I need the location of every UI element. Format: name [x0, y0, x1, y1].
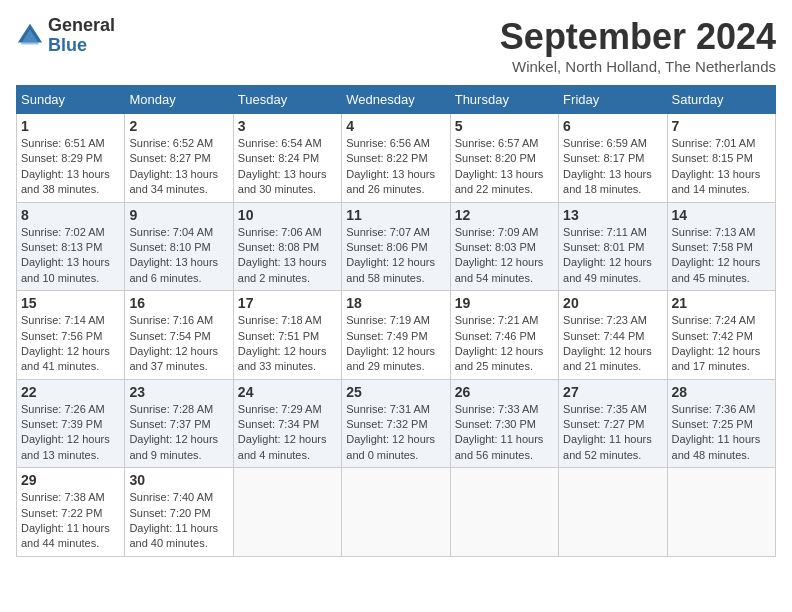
col-tuesday: Tuesday [233, 86, 341, 114]
col-saturday: Saturday [667, 86, 775, 114]
day-info: Sunrise: 7:13 AM Sunset: 7:58 PM Dayligh… [672, 225, 771, 287]
table-row: 2 Sunrise: 6:52 AM Sunset: 8:27 PM Dayli… [125, 114, 233, 203]
table-row: 10 Sunrise: 7:06 AM Sunset: 8:08 PM Dayl… [233, 202, 341, 291]
day-info: Sunrise: 6:54 AM Sunset: 8:24 PM Dayligh… [238, 136, 337, 198]
day-number: 7 [672, 118, 771, 134]
day-info: Sunrise: 7:36 AM Sunset: 7:25 PM Dayligh… [672, 402, 771, 464]
col-friday: Friday [559, 86, 667, 114]
day-info: Sunrise: 6:57 AM Sunset: 8:20 PM Dayligh… [455, 136, 554, 198]
day-number: 4 [346, 118, 445, 134]
table-row: 19 Sunrise: 7:21 AM Sunset: 7:46 PM Dayl… [450, 291, 558, 380]
table-row: 20 Sunrise: 7:23 AM Sunset: 7:44 PM Dayl… [559, 291, 667, 380]
day-number: 16 [129, 295, 228, 311]
day-number: 21 [672, 295, 771, 311]
day-number: 3 [238, 118, 337, 134]
day-info: Sunrise: 7:07 AM Sunset: 8:06 PM Dayligh… [346, 225, 445, 287]
day-info: Sunrise: 7:29 AM Sunset: 7:34 PM Dayligh… [238, 402, 337, 464]
day-number: 11 [346, 207, 445, 223]
day-number: 19 [455, 295, 554, 311]
day-number: 30 [129, 472, 228, 488]
day-number: 28 [672, 384, 771, 400]
table-row [450, 468, 558, 557]
table-row: 27 Sunrise: 7:35 AM Sunset: 7:27 PM Dayl… [559, 379, 667, 468]
calendar-header-row: Sunday Monday Tuesday Wednesday Thursday… [17, 86, 776, 114]
calendar-table: Sunday Monday Tuesday Wednesday Thursday… [16, 85, 776, 557]
day-number: 13 [563, 207, 662, 223]
day-info: Sunrise: 7:11 AM Sunset: 8:01 PM Dayligh… [563, 225, 662, 287]
table-row [559, 468, 667, 557]
day-number: 9 [129, 207, 228, 223]
col-wednesday: Wednesday [342, 86, 450, 114]
day-number: 23 [129, 384, 228, 400]
day-info: Sunrise: 7:04 AM Sunset: 8:10 PM Dayligh… [129, 225, 228, 287]
table-row: 5 Sunrise: 6:57 AM Sunset: 8:20 PM Dayli… [450, 114, 558, 203]
table-row: 30 Sunrise: 7:40 AM Sunset: 7:20 PM Dayl… [125, 468, 233, 557]
day-number: 29 [21, 472, 120, 488]
table-row: 29 Sunrise: 7:38 AM Sunset: 7:22 PM Dayl… [17, 468, 125, 557]
day-info: Sunrise: 7:23 AM Sunset: 7:44 PM Dayligh… [563, 313, 662, 375]
calendar-row: 1 Sunrise: 6:51 AM Sunset: 8:29 PM Dayli… [17, 114, 776, 203]
day-number: 18 [346, 295, 445, 311]
day-info: Sunrise: 7:26 AM Sunset: 7:39 PM Dayligh… [21, 402, 120, 464]
day-number: 10 [238, 207, 337, 223]
month-title: September 2024 [500, 16, 776, 58]
table-row: 12 Sunrise: 7:09 AM Sunset: 8:03 PM Dayl… [450, 202, 558, 291]
day-number: 12 [455, 207, 554, 223]
table-row: 23 Sunrise: 7:28 AM Sunset: 7:37 PM Dayl… [125, 379, 233, 468]
day-number: 1 [21, 118, 120, 134]
col-sunday: Sunday [17, 86, 125, 114]
title-area: September 2024 Winkel, North Holland, Th… [500, 16, 776, 75]
day-number: 2 [129, 118, 228, 134]
logo: General Blue [16, 16, 115, 56]
table-row [667, 468, 775, 557]
day-number: 17 [238, 295, 337, 311]
logo-icon [16, 22, 44, 50]
logo-text: General Blue [48, 16, 115, 56]
calendar-row: 29 Sunrise: 7:38 AM Sunset: 7:22 PM Dayl… [17, 468, 776, 557]
day-number: 14 [672, 207, 771, 223]
location: Winkel, North Holland, The Netherlands [500, 58, 776, 75]
day-number: 20 [563, 295, 662, 311]
table-row: 14 Sunrise: 7:13 AM Sunset: 7:58 PM Dayl… [667, 202, 775, 291]
day-info: Sunrise: 7:09 AM Sunset: 8:03 PM Dayligh… [455, 225, 554, 287]
calendar-row: 8 Sunrise: 7:02 AM Sunset: 8:13 PM Dayli… [17, 202, 776, 291]
day-info: Sunrise: 7:02 AM Sunset: 8:13 PM Dayligh… [21, 225, 120, 287]
day-info: Sunrise: 7:19 AM Sunset: 7:49 PM Dayligh… [346, 313, 445, 375]
day-info: Sunrise: 6:56 AM Sunset: 8:22 PM Dayligh… [346, 136, 445, 198]
col-thursday: Thursday [450, 86, 558, 114]
table-row: 13 Sunrise: 7:11 AM Sunset: 8:01 PM Dayl… [559, 202, 667, 291]
calendar-row: 22 Sunrise: 7:26 AM Sunset: 7:39 PM Dayl… [17, 379, 776, 468]
table-row: 11 Sunrise: 7:07 AM Sunset: 8:06 PM Dayl… [342, 202, 450, 291]
table-row: 22 Sunrise: 7:26 AM Sunset: 7:39 PM Dayl… [17, 379, 125, 468]
page-header: General Blue September 2024 Winkel, Nort… [16, 16, 776, 75]
day-info: Sunrise: 7:14 AM Sunset: 7:56 PM Dayligh… [21, 313, 120, 375]
logo-blue: Blue [48, 36, 115, 56]
table-row: 25 Sunrise: 7:31 AM Sunset: 7:32 PM Dayl… [342, 379, 450, 468]
table-row: 28 Sunrise: 7:36 AM Sunset: 7:25 PM Dayl… [667, 379, 775, 468]
logo-general: General [48, 16, 115, 36]
day-info: Sunrise: 7:16 AM Sunset: 7:54 PM Dayligh… [129, 313, 228, 375]
day-info: Sunrise: 7:33 AM Sunset: 7:30 PM Dayligh… [455, 402, 554, 464]
table-row: 4 Sunrise: 6:56 AM Sunset: 8:22 PM Dayli… [342, 114, 450, 203]
day-number: 5 [455, 118, 554, 134]
day-info: Sunrise: 7:24 AM Sunset: 7:42 PM Dayligh… [672, 313, 771, 375]
day-info: Sunrise: 6:52 AM Sunset: 8:27 PM Dayligh… [129, 136, 228, 198]
table-row: 7 Sunrise: 7:01 AM Sunset: 8:15 PM Dayli… [667, 114, 775, 203]
col-monday: Monday [125, 86, 233, 114]
day-number: 26 [455, 384, 554, 400]
day-number: 15 [21, 295, 120, 311]
day-info: Sunrise: 7:40 AM Sunset: 7:20 PM Dayligh… [129, 490, 228, 552]
day-info: Sunrise: 7:31 AM Sunset: 7:32 PM Dayligh… [346, 402, 445, 464]
day-info: Sunrise: 7:35 AM Sunset: 7:27 PM Dayligh… [563, 402, 662, 464]
day-info: Sunrise: 7:38 AM Sunset: 7:22 PM Dayligh… [21, 490, 120, 552]
table-row: 26 Sunrise: 7:33 AM Sunset: 7:30 PM Dayl… [450, 379, 558, 468]
table-row: 21 Sunrise: 7:24 AM Sunset: 7:42 PM Dayl… [667, 291, 775, 380]
day-info: Sunrise: 7:21 AM Sunset: 7:46 PM Dayligh… [455, 313, 554, 375]
day-number: 8 [21, 207, 120, 223]
table-row: 17 Sunrise: 7:18 AM Sunset: 7:51 PM Dayl… [233, 291, 341, 380]
day-info: Sunrise: 7:06 AM Sunset: 8:08 PM Dayligh… [238, 225, 337, 287]
table-row: 3 Sunrise: 6:54 AM Sunset: 8:24 PM Dayli… [233, 114, 341, 203]
day-info: Sunrise: 7:01 AM Sunset: 8:15 PM Dayligh… [672, 136, 771, 198]
day-info: Sunrise: 7:28 AM Sunset: 7:37 PM Dayligh… [129, 402, 228, 464]
day-number: 24 [238, 384, 337, 400]
